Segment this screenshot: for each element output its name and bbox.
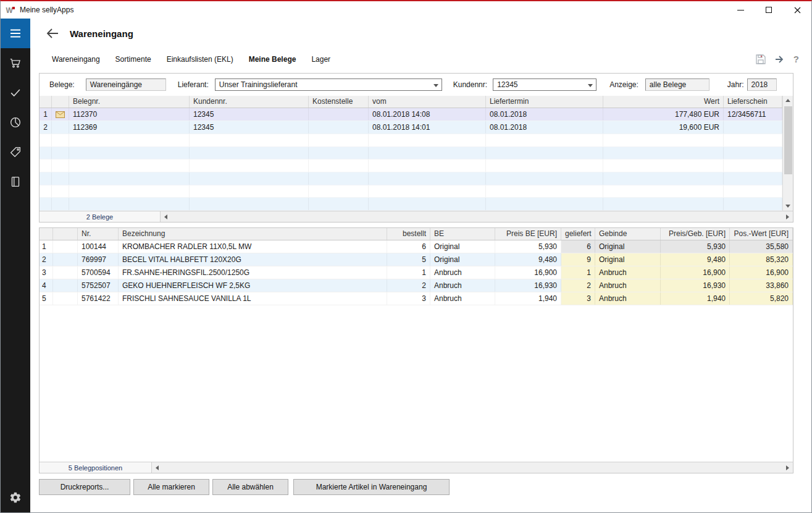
cell-preis-geb: 9,480: [661, 253, 730, 266]
cell-liefertermin: 08.01.2018: [486, 108, 603, 121]
cell-vom: 08.01.2018 14:08: [369, 108, 486, 121]
scroll-right-icon[interactable]: [782, 211, 793, 223]
filter-row: Belege: Wareneingänge Lieferant: Unser T…: [40, 74, 793, 96]
alle-markieren-button[interactable]: Alle markieren: [133, 479, 209, 495]
svg-text:W: W: [6, 6, 14, 15]
tab-wareneingang[interactable]: Wareneingang: [52, 55, 100, 64]
scroll-left-icon[interactable]: [152, 462, 162, 473]
cell-bestellt: 5: [387, 253, 430, 266]
position-row[interactable]: 3 5700594 FR.SAHNE-HERINGSFIL.2500/1250G…: [40, 266, 793, 279]
col-kostenstelle[interactable]: Kostenstelle: [309, 96, 369, 108]
sidebar-item-tasks[interactable]: [1, 78, 30, 108]
help-icon[interactable]: ?: [793, 54, 799, 65]
col-kundennr[interactable]: Kundennr.: [190, 96, 309, 108]
cell-pos-wert: 5,820: [730, 292, 793, 305]
tab-einkaufslisten[interactable]: Einkaufslisten (EKL): [167, 55, 233, 64]
sidebar-item-settings[interactable]: [1, 483, 30, 512]
col-pos-wert[interactable]: Pos.-Wert [EUR]: [730, 228, 793, 240]
vertical-scrollbar[interactable]: [782, 96, 793, 211]
col-gebinde[interactable]: Gebinde: [595, 228, 661, 240]
col-belegnr[interactable]: Belegnr.: [69, 96, 190, 108]
tab-lager[interactable]: Lager: [311, 55, 330, 64]
scroll-down-icon[interactable]: [783, 201, 793, 211]
cell-preis-geb: 16,900: [661, 266, 730, 279]
cell-liefertermin: 08.01.2018: [486, 121, 603, 134]
horizontal-scrollbar[interactable]: [161, 211, 793, 222]
col-bezeichnung[interactable]: Bezeichnung: [119, 228, 387, 240]
belege-label: Belege:: [49, 80, 75, 89]
col-be[interactable]: BE: [430, 228, 495, 240]
position-row[interactable]: 1 100144 KROMBACHER RADLER 11X0,5L MW 6 …: [40, 240, 793, 253]
scroll-up-icon[interactable]: [783, 96, 793, 105]
markierte-artikel-button[interactable]: Markierte Artikel in Wareneingang: [293, 479, 450, 495]
save-icon[interactable]: [755, 54, 766, 65]
cell-wert: 177,480 EUR: [603, 108, 724, 121]
anzeige-field[interactable]: alle Belege: [645, 78, 709, 91]
row-number: 3: [40, 266, 53, 279]
position-row[interactable]: 2 769997 BECEL VITAL HALBFETT 120X20G 5 …: [40, 253, 793, 266]
col-geliefert[interactable]: geliefert: [561, 228, 595, 240]
belege-table-footer: 2 Belege: [40, 211, 793, 222]
col-preis-geb[interactable]: Preis/Geb. [EUR]: [661, 228, 730, 240]
scrollbar-thumb[interactable]: [784, 106, 792, 174]
sidebar-item-prices[interactable]: [1, 137, 30, 167]
book-icon: [9, 175, 22, 189]
col-nr[interactable]: Nr.: [78, 228, 119, 240]
tab-sortimente[interactable]: Sortimente: [115, 55, 151, 64]
positionen-panel: Nr. Bezeichnung bestellt BE Preis BE [EU…: [39, 227, 793, 473]
positionen-table-header: Nr. Bezeichnung bestellt BE Preis BE [EU…: [40, 228, 793, 240]
position-row[interactable]: 5 5761422 FRISCHLI SAHNESAUCE VANILLA 1L…: [40, 292, 793, 305]
cell-bestellt: 3: [387, 292, 430, 305]
col-vom[interactable]: vom: [369, 96, 486, 108]
scroll-right-icon[interactable]: [782, 462, 793, 473]
page-title: Wareneingang: [70, 28, 133, 39]
cell-gebinde: Original: [595, 253, 661, 266]
close-button[interactable]: [783, 1, 811, 19]
col-lieferschein[interactable]: Lieferschein: [724, 96, 782, 108]
forward-arrow-icon[interactable]: [774, 54, 785, 64]
cell-geliefert: 3: [561, 292, 595, 305]
lieferant-label: Lieferant:: [178, 80, 209, 89]
kundennr-dropdown[interactable]: 12345: [493, 78, 596, 91]
cell-preis-be: 9,480: [495, 253, 561, 266]
sidebar-item-statistics[interactable]: [1, 108, 30, 137]
cell-kundennr: 12345: [190, 108, 309, 121]
cell-preis-be: 16,900: [495, 266, 561, 279]
row-number: 4: [40, 279, 53, 292]
window-title: Meine sellyApps: [20, 6, 73, 14]
col-wert[interactable]: Wert: [603, 96, 724, 108]
kundennr-label: Kundennr:: [453, 80, 487, 89]
jahr-field[interactable]: 2018: [747, 78, 777, 91]
cell-be: Anbruch: [430, 292, 495, 305]
col-liefertermin[interactable]: Liefertermin: [486, 96, 603, 108]
minimize-button[interactable]: [726, 1, 755, 19]
cell-vom: 08.01.2018 14:01: [369, 121, 486, 134]
lieferant-dropdown[interactable]: Unser Trainingslieferant: [215, 78, 442, 91]
sidebar-item-menu[interactable]: [1, 19, 30, 48]
scroll-left-icon[interactable]: [161, 211, 171, 223]
sidebar-item-cart[interactable]: [1, 48, 30, 78]
row-number: 1: [40, 108, 52, 121]
row-number: 1: [40, 240, 53, 253]
cell-geliefert: 6: [561, 240, 595, 253]
cell-geliefert: 2: [561, 279, 595, 292]
druckreports-button[interactable]: Druckreports...: [39, 479, 130, 495]
maximize-button[interactable]: [755, 1, 783, 19]
position-row[interactable]: 4 5752507 GEKO HUEHNERFLEISCH WF 2,5KG 2…: [40, 279, 793, 292]
beleg-row[interactable]: 2 112369 12345 08.01.2018 14:01 08.01.20…: [40, 121, 782, 134]
close-icon: [794, 7, 801, 14]
alle-abwaehlen-button[interactable]: Alle abwählen: [212, 479, 288, 495]
cell-preis-geb: 5,930: [661, 240, 730, 253]
col-preis-be[interactable]: Preis BE [EUR]: [495, 228, 561, 240]
horizontal-scrollbar[interactable]: [152, 462, 793, 473]
col-bestellt[interactable]: bestellt: [387, 228, 430, 240]
tab-meine-belege[interactable]: Meine Belege: [249, 55, 296, 64]
beleg-row[interactable]: 1 112370 12345 08.01.2018 14:08 08.01.20…: [40, 108, 782, 121]
cell-belegnr: 112370: [69, 108, 190, 121]
cell-be: Original: [430, 240, 495, 253]
belege-field[interactable]: Wareneingänge: [86, 78, 166, 91]
gear-icon: [9, 491, 22, 504]
back-button[interactable]: [44, 25, 61, 42]
sidebar-item-catalog[interactable]: [1, 167, 30, 197]
cell-nr: 100144: [78, 240, 119, 253]
